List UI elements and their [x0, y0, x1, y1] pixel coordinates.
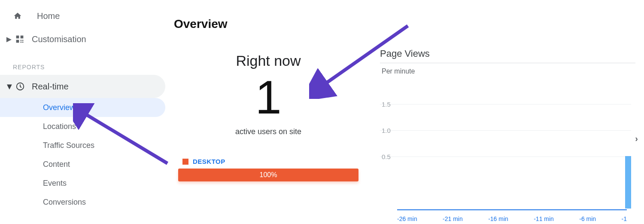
sidebar-realtime-label: Real-time [32, 82, 69, 92]
chart-xaxis: -26 min-21 min-16 min-11 min-6 min-1 [397, 209, 627, 222]
caret-right-icon: ► [5, 34, 13, 44]
chart-ylabel: 1.0 [382, 127, 391, 134]
sidebar-subitem-conversions[interactable]: Conversions [0, 193, 165, 212]
sidebar-home-label: Home [37, 11, 60, 21]
device-swatch [182, 159, 188, 165]
sidebar-subitem-label: Locations [43, 122, 76, 131]
sidebar-subitem-content[interactable]: Content [0, 155, 165, 174]
sidebar-subitem-label: Traffic Sources [43, 141, 94, 150]
svg-rect-1 [21, 36, 24, 39]
sidebar: Home ► Customisation REPORTS ▼ [0, 0, 165, 224]
chart-xlabel: -21 min [443, 213, 463, 222]
sidebar-subitem-label: Overview [43, 103, 75, 112]
svg-rect-4 [22, 40, 24, 41]
chart-xlabel: -11 min [534, 213, 554, 222]
chart-xlabel: -26 min [397, 213, 417, 222]
realtime-summary: Right now 1 active users on site DESKTOP… [174, 48, 363, 224]
sidebar-subitem-label: Content [43, 160, 70, 169]
main-panel: Overview Right now 1 active users on sit… [165, 0, 644, 224]
sidebar-section-reports: REPORTS [0, 51, 165, 75]
caret-down-icon: ▼ [5, 82, 13, 92]
dashboard-icon [15, 35, 32, 43]
sidebar-item-customisation[interactable]: ► Customisation [0, 28, 165, 51]
chart-gridline [380, 156, 631, 157]
sidebar-subitem-locations[interactable]: Locations [0, 117, 165, 136]
svg-rect-5 [21, 42, 22, 43]
page-title: Overview [174, 17, 635, 31]
device-percent: 100% [260, 171, 277, 179]
chart-xlabel: -16 min [488, 213, 508, 222]
chart-gridline [380, 104, 631, 104]
device-legend: DESKTOP [174, 158, 225, 165]
chart-gridline [380, 130, 631, 131]
svg-rect-0 [16, 36, 19, 39]
chart-ylabel: 0.5 [382, 153, 391, 160]
sidebar-subitem-label: Conversions [43, 198, 86, 207]
sidebar-item-realtime[interactable]: ▼ Real-time [0, 75, 165, 98]
svg-rect-3 [21, 40, 22, 41]
sidebar-subitem-traffic-sources[interactable]: Traffic Sources [0, 136, 165, 155]
clock-icon [15, 82, 32, 91]
sidebar-subitem-overview[interactable]: Overview [0, 98, 165, 117]
sidebar-subitem-events[interactable]: Events [0, 174, 165, 193]
chart-ylabel: 1.5 [382, 101, 391, 108]
chart-xlabel: -1 [622, 213, 627, 222]
page-views-title: Page Views [380, 48, 635, 63]
page-views-chart: › 0.51.01.5-26 min-21 min-16 min-11 min-… [380, 78, 635, 224]
right-now-label: Right now [236, 52, 301, 69]
home-icon [13, 12, 37, 20]
chart-xlabel: -6 min [579, 213, 596, 222]
active-user-count: 1 [255, 74, 281, 121]
sidebar-subitem-label: Events [43, 179, 67, 188]
device-label[interactable]: DESKTOP [193, 158, 225, 165]
device-bar: 100% [178, 169, 358, 181]
chart-bar [625, 156, 631, 209]
sidebar-customisation-label: Customisation [32, 34, 86, 44]
svg-rect-6 [22, 42, 24, 43]
active-users-label: active users on site [235, 127, 301, 136]
page-views-panel: Page Views Per minute › 0.51.01.5-26 min… [380, 48, 635, 224]
sidebar-item-home[interactable]: Home [0, 4, 165, 28]
page-views-subtitle: Per minute [380, 63, 635, 78]
chart-next-icon[interactable]: › [635, 134, 638, 144]
svg-rect-2 [16, 40, 19, 43]
